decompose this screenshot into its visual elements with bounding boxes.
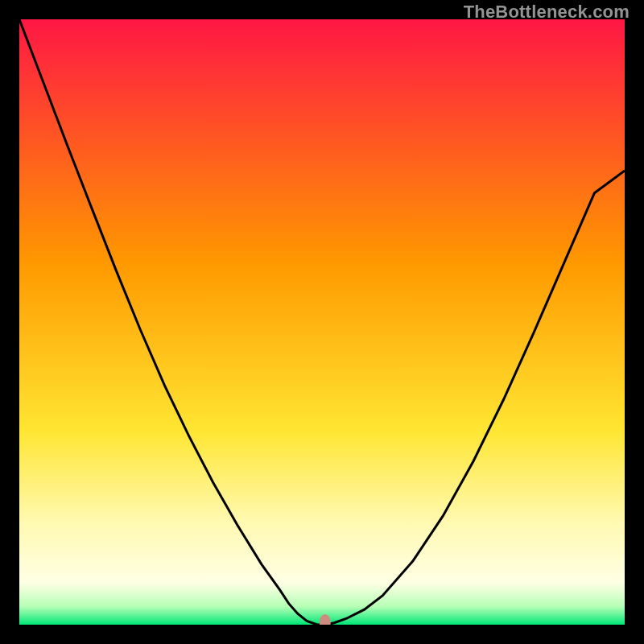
chart-frame: TheBottleneck.com [0,0,644,644]
bottleneck-chart [19,19,625,625]
chart-background [19,19,625,625]
plot-area [19,19,625,625]
watermark-text: TheBottleneck.com [464,2,630,23]
